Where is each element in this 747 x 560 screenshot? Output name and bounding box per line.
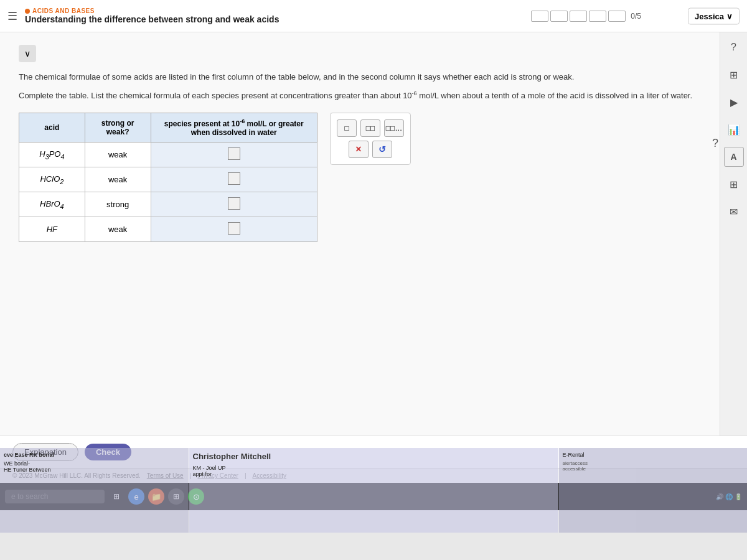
entry-cell-4[interactable]: [151, 217, 317, 241]
taskbar-item-1[interactable]: ⊞: [108, 490, 125, 503]
top-bar: ☰ ACIDS AND BASES Understanding the diff…: [0, 0, 747, 32]
strength-4: weak: [85, 217, 151, 241]
user-name: Jessica: [695, 11, 724, 21]
sidebar-table-icon[interactable]: ⊞: [724, 174, 744, 194]
sidebar-play-icon[interactable]: ▶: [724, 92, 744, 112]
taskbar-search-input[interactable]: [5, 490, 105, 503]
privacy-link[interactable]: Privacy Center: [197, 472, 238, 479]
chevron-down-icon: ∨: [24, 49, 31, 58]
chrome-icon: ⊙: [193, 492, 200, 502]
file-icon: 📁: [151, 492, 161, 502]
sidebar-question-icon[interactable]: ?: [724, 37, 744, 57]
sym-double-box[interactable]: □□: [360, 119, 380, 137]
instructions: The chemical formulae of some acids are …: [19, 71, 701, 103]
edge-icon: e: [134, 492, 138, 502]
table-row: HBrO4 strong: [19, 192, 317, 217]
sym-single-box[interactable]: □: [337, 119, 357, 137]
table-row: HF weak: [19, 217, 317, 241]
hamburger-icon[interactable]: ☰: [7, 9, 17, 23]
copyright-text: © 2023 McGraw Hill LLC. All Rights Reser…: [12, 472, 141, 479]
topic-info: ACIDS AND BASES Understanding the differ…: [25, 7, 279, 24]
acid-4: HF: [19, 217, 85, 241]
question-mark-icon[interactable]: ?: [712, 137, 718, 150]
app-icon: ⊞: [173, 492, 179, 501]
table-row: H3PO4 weak: [19, 142, 317, 167]
strength-1: weak: [85, 142, 151, 167]
footer-separator-2: |: [245, 472, 247, 479]
symbol-panel: □ □□ □□… × ↺: [330, 113, 411, 165]
strength-3: strong: [85, 192, 151, 217]
footer: © 2023 McGraw Hill LLC. All Rights Reser…: [0, 468, 747, 483]
progress-boxes: [531, 11, 626, 22]
entry-box-1[interactable]: [228, 147, 240, 160]
entry-cell-1[interactable]: [151, 142, 317, 167]
chevron-down-icon: ∨: [726, 11, 733, 21]
acid-1: H3PO4: [19, 142, 85, 167]
entry-box-4[interactable]: [228, 222, 240, 235]
taskbar-chrome-icon[interactable]: ⊙: [188, 488, 204, 505]
bottom-bar: Explanation Check: [0, 436, 747, 468]
footer-separator-1: |: [190, 472, 192, 479]
entry-cell-2[interactable]: [151, 167, 317, 192]
taskbar-app-icon[interactable]: ⊞: [168, 488, 184, 505]
content-area: ∨ The chemical formulae of some acids ar…: [0, 32, 720, 436]
acid-2: HClO2: [19, 167, 85, 192]
explanation-button[interactable]: Explanation: [12, 443, 78, 461]
taskbar-time: 🔊 🌐 🔋: [716, 493, 742, 500]
topic-dot: [25, 9, 30, 14]
table-row: HClO2 weak: [19, 167, 317, 192]
topic-category: ACIDS AND BASES: [25, 7, 279, 14]
progress-box-2: [550, 11, 568, 22]
progress-label: 0/5: [631, 12, 641, 21]
symbol-row-2: × ↺: [349, 141, 392, 158]
sidebar-mail-icon[interactable]: ✉: [724, 202, 744, 222]
user-button[interactable]: Jessica ∨: [688, 7, 740, 24]
entry-box-3[interactable]: [228, 197, 240, 210]
table-container: acid strong orweak? species present at 1…: [19, 113, 701, 242]
sym-x-button[interactable]: ×: [349, 141, 369, 158]
progress-area: 0/5: [531, 11, 641, 22]
entry-cell-3[interactable]: [151, 192, 317, 217]
strength-2: weak: [85, 167, 151, 192]
col-header-species: species present at 10-6 mol/L or greater…: [151, 113, 317, 142]
instruction-line-1: The chemical formulae of some acids are …: [19, 71, 701, 84]
instruction-line-2: Complete the table. List the chemical fo…: [19, 89, 701, 103]
sym-dots-box[interactable]: □□…: [384, 119, 404, 137]
progress-box-4: [589, 11, 606, 22]
collapse-button[interactable]: ∨: [19, 45, 36, 62]
taskbar-edge-icon[interactable]: e: [128, 488, 144, 505]
topic-title: Understanding the difference between str…: [25, 14, 279, 24]
acid-table: acid strong orweak? species present at 1…: [19, 113, 317, 242]
sidebar-text-icon[interactable]: A: [724, 147, 744, 167]
sidebar-chart-icon[interactable]: 📊: [724, 119, 744, 139]
acid-3: HBrO4: [19, 192, 85, 217]
accessibility-link[interactable]: Accessibility: [252, 472, 286, 479]
sidebar-grid-icon[interactable]: ⊞: [724, 65, 744, 85]
entry-box-2[interactable]: [228, 172, 240, 185]
progress-box-3: [570, 11, 587, 22]
taskbar-right: 🔊 🌐 🔋: [716, 493, 742, 500]
symbol-row-1: □ □□ □□…: [337, 119, 404, 137]
taskbar-icon-1: ⊞: [113, 492, 120, 501]
sym-refresh-button[interactable]: ↺: [372, 141, 392, 158]
progress-box-5: [608, 11, 626, 22]
taskbar-file-icon[interactable]: 📁: [148, 488, 164, 505]
terms-link[interactable]: Terms of Use: [147, 472, 184, 479]
right-sidebar: ? ⊞ ▶ 📊 A ⊞ ✉: [720, 32, 747, 436]
col-header-strength: strong orweak?: [85, 113, 151, 142]
col-header-acid: acid: [19, 113, 85, 142]
progress-box-1: [531, 11, 548, 22]
check-button[interactable]: Check: [85, 444, 131, 460]
taskbar: ⊞ e 📁 ⊞ ⊙ 🔊 🌐 🔋: [0, 483, 747, 510]
